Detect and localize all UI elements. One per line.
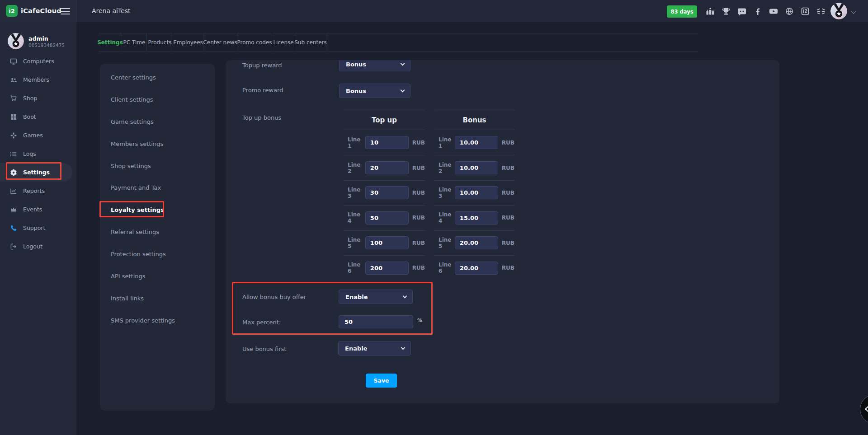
top-header: i2 iCafeCloud Arena aiTest 83 days bbox=[0, 0, 868, 22]
bonus-line-3-input[interactable] bbox=[455, 186, 498, 199]
topup-reward-select[interactable]: Bonus bbox=[339, 60, 410, 71]
max-percent-input[interactable] bbox=[339, 315, 413, 328]
facebook-icon[interactable] bbox=[753, 6, 763, 16]
settings-menu-item-install-links[interactable]: Install links bbox=[100, 287, 215, 309]
logo-area: i2 iCafeCloud bbox=[0, 0, 76, 22]
allow-bonus-buy-offer-label: Allow bonus buy offer bbox=[242, 294, 306, 300]
sidebar-item-reports[interactable]: Reports bbox=[0, 182, 76, 200]
logo-text: iCafeCloud bbox=[21, 7, 61, 14]
sidebar-item-label: Boot bbox=[23, 113, 36, 120]
tab-employees[interactable]: Employees bbox=[173, 33, 203, 51]
tab-sub-centers[interactable]: Sub centers bbox=[295, 33, 326, 51]
sidebar-item-events[interactable]: Events bbox=[0, 200, 76, 219]
gamepad-icon bbox=[10, 132, 17, 139]
sidebar-item-label: Events bbox=[23, 206, 42, 213]
bonus-line-5-input[interactable] bbox=[455, 236, 498, 249]
trophy-icon[interactable] bbox=[721, 6, 731, 16]
sidebar-item-label: Shop bbox=[23, 95, 37, 102]
license-days-badge[interactable]: 83 days bbox=[667, 5, 697, 18]
sidebar-avatar bbox=[8, 33, 24, 49]
icafecloud-icon[interactable] bbox=[800, 6, 810, 16]
center-title: Arena aiTest bbox=[92, 7, 131, 14]
sidebar-item-members[interactable]: Members bbox=[0, 70, 76, 89]
tab-promo-codes[interactable]: Promo codes bbox=[237, 33, 272, 51]
settings-menu-item-client-settings[interactable]: Client settings bbox=[100, 89, 215, 111]
save-button[interactable]: Save bbox=[366, 374, 397, 388]
sidebar-item-games[interactable]: Games bbox=[0, 126, 76, 145]
discord-icon[interactable] bbox=[737, 6, 747, 16]
bonus-row-1: Line 1RUB bbox=[434, 130, 514, 155]
topup-bonus-label: Top up bonus bbox=[242, 114, 281, 121]
windows-icon bbox=[10, 113, 17, 121]
hamburger-menu-icon[interactable] bbox=[61, 8, 70, 14]
app-root: i2 iCafeCloud Arena aiTest 83 days bbox=[0, 0, 868, 435]
settings-menu-item-payment-and-tax[interactable]: Payment and Tax bbox=[100, 177, 215, 199]
use-bonus-first-select[interactable]: Enable bbox=[338, 341, 411, 355]
sidebar-item-support[interactable]: Support bbox=[0, 219, 76, 237]
line-label: Line 4 bbox=[348, 211, 365, 224]
use-bonus-first-label: Use bonus first bbox=[242, 346, 286, 352]
sidebar-item-label: Settings bbox=[23, 169, 50, 176]
settings-menu-item-referral-settings[interactable]: Referral settings bbox=[100, 221, 215, 243]
settings-menu-item-protection-settings[interactable]: Protection settings bbox=[100, 243, 215, 265]
sidebar-item-boot[interactable]: Boot bbox=[0, 108, 76, 126]
promo-reward-select[interactable]: Bonus bbox=[339, 84, 410, 98]
user-avatar[interactable] bbox=[830, 3, 847, 19]
currency-unit: RUB bbox=[502, 140, 514, 146]
line-label: Line 1 bbox=[348, 136, 365, 149]
line-label: Line 5 bbox=[348, 237, 365, 249]
collapse-panel-button[interactable] bbox=[860, 394, 868, 424]
chevron-down-icon[interactable] bbox=[851, 9, 856, 14]
allow-bonus-buy-offer-value: Enable bbox=[345, 294, 368, 300]
currency-unit: RUB bbox=[412, 190, 425, 196]
sidebar-item-shop[interactable]: Shop bbox=[0, 89, 76, 108]
logout-icon bbox=[10, 243, 17, 250]
sidebar: admin 005193482475 ComputersMembersShopB… bbox=[0, 22, 76, 435]
topup-line-5-input[interactable] bbox=[365, 236, 409, 249]
topup-line-4-input[interactable] bbox=[365, 211, 409, 225]
topup-line-6-input[interactable] bbox=[365, 262, 409, 275]
bonus-line-4-input[interactable] bbox=[455, 211, 498, 225]
crown-icon bbox=[10, 206, 17, 213]
sidebar-item-label: Logs bbox=[23, 150, 36, 157]
line-label: Line 3 bbox=[348, 187, 365, 199]
settings-menu-item-api-settings[interactable]: API settings bbox=[100, 265, 215, 287]
gear-icon bbox=[10, 169, 17, 176]
promo-reward-label: Promo reward bbox=[242, 87, 283, 94]
settings-menu-item-loyalty-settings[interactable]: Loyalty settings bbox=[100, 199, 215, 221]
bonus-line-1-input[interactable] bbox=[455, 136, 498, 149]
currency-unit: RUB bbox=[412, 215, 425, 221]
tab-license[interactable]: License bbox=[272, 33, 295, 51]
topup-line-2-input[interactable] bbox=[365, 161, 409, 174]
tab-pc-time[interactable]: PC Time bbox=[122, 33, 147, 51]
settings-menu-item-game-settings[interactable]: Game settings bbox=[100, 111, 215, 133]
ranking-icon[interactable] bbox=[705, 6, 715, 16]
currency-unit: RUB bbox=[502, 240, 514, 246]
hands-icon[interactable] bbox=[816, 6, 826, 16]
settings-menu-item-center-settings[interactable]: Center settings bbox=[100, 66, 215, 89]
bonus-line-6-input[interactable] bbox=[455, 262, 498, 275]
topup-row-2: Line 2RUB bbox=[344, 155, 425, 180]
topup-line-3-input[interactable] bbox=[365, 186, 409, 199]
sidebar-item-logout[interactable]: Logout bbox=[0, 237, 76, 256]
tab-center-news[interactable]: Center news bbox=[203, 33, 237, 51]
settings-menu-item-sms-provider-settings[interactable]: SMS provider settings bbox=[100, 309, 215, 332]
youtube-icon[interactable] bbox=[769, 6, 778, 16]
globe-icon[interactable] bbox=[784, 6, 794, 16]
list-icon bbox=[10, 150, 17, 158]
sidebar-item-computers[interactable]: Computers bbox=[0, 52, 76, 70]
settings-menu-item-shop-settings[interactable]: Shop settings bbox=[100, 155, 215, 177]
sidebar-item-logs[interactable]: Logs bbox=[0, 145, 76, 163]
topup-reward-value: Bonus bbox=[346, 61, 366, 68]
currency-unit: RUB bbox=[502, 165, 514, 171]
user-name: admin bbox=[28, 35, 48, 42]
sidebar-item-settings[interactable]: Settings bbox=[0, 163, 72, 182]
max-percent-unit: % bbox=[417, 318, 422, 323]
tab-products[interactable]: Products bbox=[147, 33, 173, 51]
settings-menu-item-members-settings[interactable]: Members settings bbox=[100, 133, 215, 155]
tab-settings[interactable]: Settings bbox=[99, 33, 122, 51]
allow-bonus-buy-offer-select[interactable]: Enable bbox=[339, 290, 413, 304]
bonus-line-2-input[interactable] bbox=[455, 161, 498, 174]
topup-line-1-input[interactable] bbox=[365, 136, 409, 149]
currency-unit: RUB bbox=[502, 215, 514, 221]
